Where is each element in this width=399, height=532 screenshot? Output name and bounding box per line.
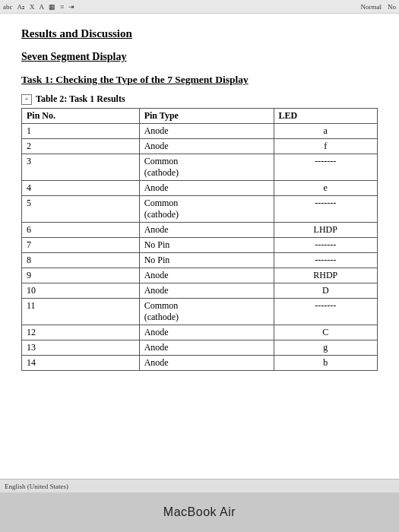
table-row: 14Anodeb [22, 356, 378, 371]
cell-type: Anode [139, 124, 274, 139]
cell-pin: 9 [22, 268, 140, 283]
toolbar-abc-icon: abc [3, 3, 13, 11]
cell-type: Anode [139, 283, 274, 299]
results-table: Pin No. Pin Type LED 1Anodea2Anodef3Comm… [21, 108, 378, 371]
table-icon-label: + [25, 96, 29, 103]
table-row: 1Anodea [22, 124, 378, 139]
cell-pin: 8 [22, 253, 140, 268]
table-caption: Table 2: Task 1 Results [36, 93, 125, 105]
toolbar-strikethrough-icon: X [30, 3, 35, 11]
cell-pin: 7 [22, 238, 140, 253]
cell-pin: 6 [22, 223, 140, 238]
table-row: 8No Pin------- [22, 253, 378, 268]
table-row: 10AnodeD [22, 283, 378, 299]
table-row: 5Common(cathode)------- [22, 196, 378, 223]
table-row: 13Anodeg [22, 340, 378, 356]
cell-pin: 3 [22, 154, 140, 181]
cell-type: Anode [139, 223, 274, 238]
col-pin-no: Pin No. [22, 109, 140, 124]
toolbar: abc A₂ X A ▦ ≡ ⇥ Normal No [0, 0, 399, 14]
bottom-bar: MacBook Air [0, 492, 399, 532]
table-caption-row: + Table 2: Task 1 Results [21, 93, 378, 105]
cell-type: Common(cathode) [139, 154, 274, 181]
table-icon: + [21, 94, 32, 105]
cell-led: a [274, 124, 378, 139]
cell-pin: 4 [22, 181, 140, 196]
cell-pin: 5 [22, 196, 140, 223]
table-row: 6AnodeLHDP [22, 223, 378, 238]
toolbar-border-icon: ▦ [49, 3, 55, 11]
cell-led: LHDP [274, 223, 378, 238]
macbook-label: MacBook Air [163, 505, 236, 519]
cell-type: No Pin [139, 253, 274, 268]
table-row: 4Anodee [22, 181, 378, 196]
cell-led: ------- [274, 196, 378, 223]
toolbar-indent-icon: ⇥ [68, 3, 74, 11]
cell-type: Anode [139, 356, 274, 371]
cell-pin: 1 [22, 124, 140, 139]
no-label: No [388, 3, 396, 11]
table-row: 7No Pin------- [22, 238, 378, 253]
cell-pin: 11 [22, 299, 140, 325]
cell-pin: 14 [22, 356, 140, 371]
cell-led: ------- [274, 238, 378, 253]
cell-led: e [274, 181, 378, 196]
cell-type: Anode [139, 268, 274, 283]
cell-led: D [274, 283, 378, 299]
cell-type: Anode [139, 325, 274, 340]
document-area: Results and Discussion Seven Segment Dis… [0, 14, 399, 479]
language-label: English (United States) [5, 483, 68, 490]
col-led: LED [274, 109, 378, 124]
toolbar-subscript-icon: A₂ [17, 3, 26, 11]
table-row: 11Common(cathode)------- [22, 299, 378, 325]
cell-type: Common(cathode) [139, 196, 274, 223]
cell-led: ------- [274, 299, 378, 325]
status-bar: English (United States) [0, 479, 399, 492]
col-pin-type: Pin Type [139, 109, 274, 124]
cell-pin: 10 [22, 283, 140, 299]
cell-type: No Pin [139, 238, 274, 253]
cell-type: Common(cathode) [139, 299, 274, 325]
cell-pin: 12 [22, 325, 140, 340]
table-row: 12AnodeC [22, 325, 378, 340]
cell-led: ------- [274, 154, 378, 181]
table-row: 2Anodef [22, 139, 378, 154]
table-row: 9AnodeRHDP [22, 268, 378, 283]
table-header-row: Pin No. Pin Type LED [22, 109, 378, 124]
cell-led: RHDP [274, 268, 378, 283]
task-title: Task 1: Checking the Type of the 7 Segme… [21, 74, 378, 86]
cell-led: C [274, 325, 378, 340]
toolbar-align-icon: ≡ [60, 3, 64, 11]
cell-pin: 2 [22, 139, 140, 154]
cell-pin: 13 [22, 340, 140, 356]
cell-type: Anode [139, 181, 274, 196]
cell-led: f [274, 139, 378, 154]
style-label: Normal [361, 3, 382, 11]
section-title: Seven Segment Display [21, 51, 378, 63]
toolbar-superscript-icon: A [40, 3, 45, 11]
cell-type: Anode [139, 139, 274, 154]
cell-led: b [274, 356, 378, 371]
cell-type: Anode [139, 340, 274, 356]
cell-led: g [274, 340, 378, 356]
table-row: 3Common(cathode)------- [22, 154, 378, 181]
cell-led: ------- [274, 253, 378, 268]
doc-title: Results and Discussion [21, 27, 378, 40]
